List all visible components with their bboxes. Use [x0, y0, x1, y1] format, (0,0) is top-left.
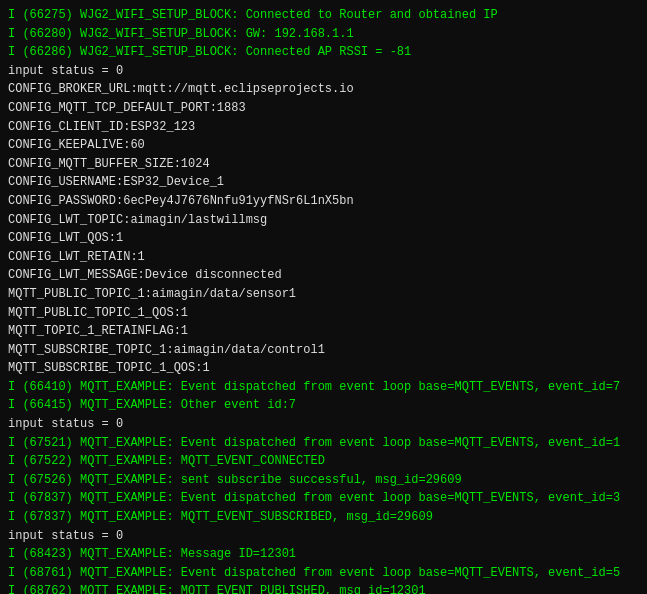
- terminal-line: MQTT_TOPIC_1_RETAINFLAG:1: [8, 322, 639, 341]
- terminal-line: I (67526) MQTT_EXAMPLE: sent subscribe s…: [8, 471, 639, 490]
- terminal-line: MQTT_PUBLIC_TOPIC_1_QOS:1: [8, 304, 639, 323]
- terminal-line: CONFIG_CLIENT_ID:ESP32_123: [8, 118, 639, 137]
- terminal-line: I (66286) WJG2_WIFI_SETUP_BLOCK: Connect…: [8, 43, 639, 62]
- terminal-line: MQTT_SUBSCRIBE_TOPIC_1_QOS:1: [8, 359, 639, 378]
- terminal-line: CONFIG_LWT_RETAIN:1: [8, 248, 639, 267]
- terminal-line: input status = 0: [8, 62, 639, 81]
- terminal-line: I (67522) MQTT_EXAMPLE: MQTT_EVENT_CONNE…: [8, 452, 639, 471]
- terminal-line: input status = 0: [8, 415, 639, 434]
- terminal-line: CONFIG_PASSWORD:6ecPey4J7676Nnfu91yyfNSr…: [8, 192, 639, 211]
- terminal-line: CONFIG_USERNAME:ESP32_Device_1: [8, 173, 639, 192]
- terminal-line: input status = 0: [8, 527, 639, 546]
- terminal-line: CONFIG_MQTT_TCP_DEFAULT_PORT:1883: [8, 99, 639, 118]
- terminal-line: CONFIG_BROKER_URL:mqtt://mqtt.eclipsepro…: [8, 80, 639, 99]
- terminal-line: I (68423) MQTT_EXAMPLE: Message ID=12301: [8, 545, 639, 564]
- terminal-line: I (66280) WJG2_WIFI_SETUP_BLOCK: GW: 192…: [8, 25, 639, 44]
- terminal-line: I (68761) MQTT_EXAMPLE: Event dispatched…: [8, 564, 639, 583]
- terminal-line: CONFIG_LWT_QOS:1: [8, 229, 639, 248]
- terminal-line: CONFIG_LWT_MESSAGE:Device disconnected: [8, 266, 639, 285]
- terminal-line: CONFIG_LWT_TOPIC:aimagin/lastwillmsg: [8, 211, 639, 230]
- terminal-line: I (66275) WJG2_WIFI_SETUP_BLOCK: Connect…: [8, 6, 639, 25]
- terminal-line: MQTT_SUBSCRIBE_TOPIC_1:aimagin/data/cont…: [8, 341, 639, 360]
- terminal-line: I (67521) MQTT_EXAMPLE: Event dispatched…: [8, 434, 639, 453]
- terminal-line: I (66415) MQTT_EXAMPLE: Other event id:7: [8, 396, 639, 415]
- terminal-line: CONFIG_KEEPALIVE:60: [8, 136, 639, 155]
- terminal-line: I (67837) MQTT_EXAMPLE: Event dispatched…: [8, 489, 639, 508]
- terminal-line: I (67837) MQTT_EXAMPLE: MQTT_EVENT_SUBSC…: [8, 508, 639, 527]
- terminal-line: I (66410) MQTT_EXAMPLE: Event dispatched…: [8, 378, 639, 397]
- terminal-line: CONFIG_MQTT_BUFFER_SIZE:1024: [8, 155, 639, 174]
- terminal-line: MQTT_PUBLIC_TOPIC_1:aimagin/data/sensor1: [8, 285, 639, 304]
- terminal-output: I (66275) WJG2_WIFI_SETUP_BLOCK: Connect…: [8, 6, 639, 594]
- terminal-line: I (68762) MQTT_EXAMPLE: MQTT_EVENT_PUBLI…: [8, 582, 639, 594]
